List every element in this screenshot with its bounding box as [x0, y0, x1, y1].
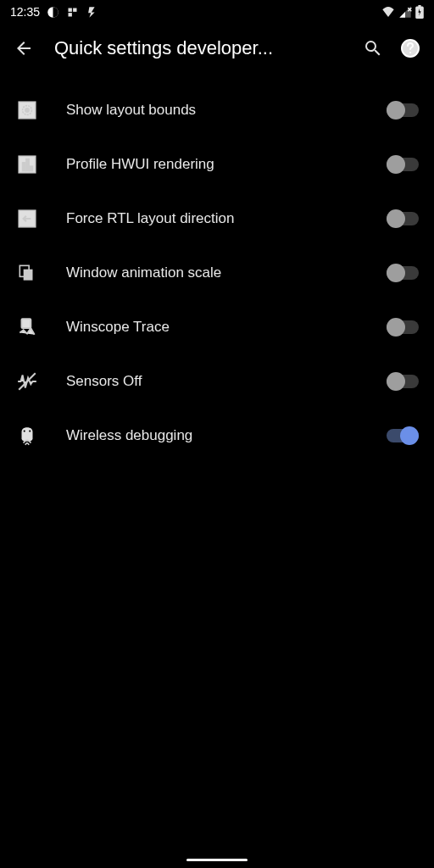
- svg-rect-16: [30, 166, 32, 170]
- setting-label: Show layout bounds: [66, 102, 359, 119]
- toggle-sensors-off[interactable]: [387, 372, 419, 391]
- wifi-icon: [381, 5, 395, 19]
- setting-winscope-trace[interactable]: Winscope Trace: [0, 300, 434, 354]
- settings-list: Show layout bounds Profile HWUI renderin…: [0, 83, 434, 463]
- page-title: Quick settings developer...: [54, 37, 342, 59]
- status-right: [381, 5, 424, 19]
- layout-bounds-icon: [15, 98, 39, 122]
- toggle-wireless-debugging[interactable]: [387, 426, 419, 445]
- status-contrast-icon: [47, 6, 59, 19]
- battery-icon: [415, 5, 424, 19]
- toggle-window-animation[interactable]: [387, 264, 419, 282]
- setting-label: Sensors Off: [66, 373, 359, 390]
- svg-rect-20: [22, 319, 31, 328]
- nav-handle[interactable]: [186, 859, 248, 861]
- svg-rect-14: [23, 163, 25, 171]
- status-time: 12:35: [10, 5, 40, 19]
- setting-label: Wireless debugging: [66, 427, 359, 444]
- status-network-icon: [66, 6, 79, 19]
- setting-label: Window animation scale: [66, 264, 359, 281]
- back-button[interactable]: [14, 38, 34, 58]
- setting-wireless-debugging[interactable]: Wireless debugging: [0, 409, 434, 463]
- setting-profile-hwui[interactable]: Profile HWUI rendering: [0, 137, 434, 192]
- setting-label: Force RTL layout direction: [66, 210, 359, 227]
- svg-rect-19: [24, 270, 33, 281]
- winscope-icon: [15, 315, 39, 339]
- app-header: Quick settings developer...: [0, 24, 434, 73]
- svg-rect-1: [69, 8, 72, 11]
- svg-rect-15: [26, 159, 29, 171]
- status-left: 12:35: [10, 5, 98, 19]
- svg-rect-7: [418, 5, 420, 7]
- header-actions: [363, 38, 420, 58]
- setting-label: Winscope Trace: [66, 319, 359, 336]
- svg-point-22: [24, 431, 25, 432]
- toggle-force-rtl[interactable]: [387, 209, 419, 228]
- sensors-icon: [15, 370, 39, 393]
- setting-sensors-off[interactable]: Sensors Off: [0, 354, 434, 409]
- search-button[interactable]: [363, 38, 383, 58]
- wireless-debug-icon: [15, 424, 39, 448]
- setting-label: Profile HWUI rendering: [66, 156, 359, 173]
- svg-point-12: [25, 108, 29, 112]
- setting-force-rtl[interactable]: Force RTL layout direction: [0, 192, 434, 246]
- status-bar: 12:35: [0, 0, 434, 24]
- toggle-show-layout-bounds[interactable]: [387, 101, 419, 120]
- hwui-icon: [15, 153, 39, 176]
- setting-show-layout-bounds[interactable]: Show layout bounds: [0, 83, 434, 137]
- help-button[interactable]: [400, 38, 420, 58]
- setting-window-animation[interactable]: Window animation scale: [0, 246, 434, 300]
- toggle-profile-hwui[interactable]: [387, 155, 419, 174]
- toggle-winscope-trace[interactable]: [387, 318, 419, 337]
- status-bolt-icon: [86, 6, 98, 19]
- signal-icon: [398, 5, 412, 19]
- animation-scale-icon: [15, 261, 39, 285]
- rtl-icon: [15, 207, 39, 231]
- svg-point-9: [409, 52, 411, 53]
- svg-rect-2: [73, 8, 76, 11]
- svg-rect-3: [69, 13, 72, 16]
- svg-point-23: [29, 431, 31, 432]
